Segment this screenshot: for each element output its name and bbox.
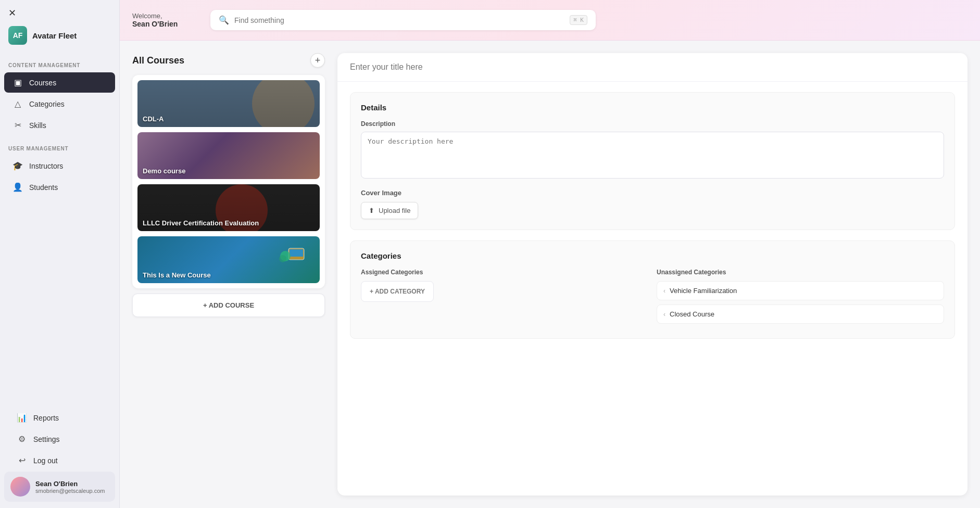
settings-icon: ⚙ xyxy=(17,434,27,444)
unassigned-categories-label: Unassigned Categories xyxy=(657,269,944,276)
user-name: Sean O'Brien xyxy=(35,480,105,488)
students-label: Students xyxy=(29,183,58,192)
course-card-demo[interactable]: Demo course xyxy=(137,132,320,179)
assigned-categories-col: Assigned Categories + ADD CATEGORY xyxy=(361,269,648,328)
students-icon: 👤 xyxy=(12,182,23,192)
close-button[interactable]: ✕ xyxy=(8,7,16,19)
sidebar-item-skills[interactable]: ✂ Skills xyxy=(4,115,115,135)
unassigned-item-label-vehicle: Vehicle Familiarization xyxy=(670,287,737,295)
assigned-categories-label: Assigned Categories xyxy=(361,269,648,276)
chevron-left-icon-2: ‹ xyxy=(663,311,665,318)
user-email: smobrien@getscaleup.com xyxy=(35,488,105,494)
instructors-icon: 🎓 xyxy=(12,161,23,171)
course-label-demo: Demo course xyxy=(143,167,185,175)
course-label-new: This Is a New Course xyxy=(143,271,211,279)
details-section: Details Description Cover Image ⬆ Upload… xyxy=(350,92,955,230)
add-category-button[interactable]: + ADD CATEGORY xyxy=(361,281,434,302)
skills-icon: ✂ xyxy=(12,120,23,130)
logout-label: Log out xyxy=(33,456,58,465)
add-course-button[interactable]: + ADD COURSE xyxy=(132,294,325,317)
cover-image-label: Cover Image xyxy=(361,189,944,197)
categories-section-title: Categories xyxy=(361,251,944,260)
user-card: Sean O'Brien smobrien@getscaleup.com xyxy=(4,472,115,502)
courses-header: All Courses + xyxy=(132,53,325,75)
brand-name: Avatar Fleet xyxy=(32,31,77,40)
courses-panel: All Courses + CDL-A Demo course LLLC Dri… xyxy=(132,53,325,496)
sidebar-item-courses[interactable]: ▣ Courses xyxy=(4,72,115,93)
detail-scroll: Details Description Cover Image ⬆ Upload… xyxy=(337,82,968,496)
course-card-new[interactable]: This Is a New Course xyxy=(137,236,320,283)
welcome-text: Welcome, Sean O'Brien xyxy=(132,12,200,28)
new-course-decoration xyxy=(278,240,309,272)
sidebar-item-instructors[interactable]: 🎓 Instructors xyxy=(4,156,115,176)
unassigned-categories-col: Unassigned Categories ‹ Vehicle Familiar… xyxy=(657,269,944,328)
course-list: CDL-A Demo course LLLC Driver Certificat… xyxy=(132,75,325,288)
reports-icon: 📊 xyxy=(17,413,27,423)
user-management-section: USER MANAGEMENT 🎓 Instructors 👤 Students xyxy=(0,136,119,198)
content-management-label: CONTENT MANAGEMENT xyxy=(0,53,119,71)
unassigned-item-vehicle[interactable]: ‹ Vehicle Familiarization xyxy=(657,281,944,300)
user-management-label: USER MANAGEMENT xyxy=(0,136,119,155)
description-textarea[interactable] xyxy=(361,132,944,179)
search-input[interactable] xyxy=(234,16,564,24)
settings-label: Settings xyxy=(33,435,60,443)
brand-logo: AF Avatar Fleet xyxy=(0,16,119,53)
course-card-lllc[interactable]: LLLC Driver Certification Evaluation xyxy=(137,184,320,231)
sidebar-item-logout[interactable]: ↩ Log out xyxy=(8,450,111,471)
chevron-left-icon: ‹ xyxy=(663,287,665,295)
courses-label: Courses xyxy=(29,79,56,87)
categories-icon: △ xyxy=(12,99,23,109)
sidebar-item-settings[interactable]: ⚙ Settings xyxy=(8,429,111,449)
sidebar-item-reports[interactable]: 📊 Reports xyxy=(8,408,111,428)
keyboard-shortcut: ⌘ K xyxy=(570,15,587,25)
welcome-user: Sean O'Brien xyxy=(132,20,200,28)
skills-label: Skills xyxy=(29,121,46,130)
categories-label: Categories xyxy=(29,100,65,108)
content-area: All Courses + CDL-A Demo course LLLC Dri… xyxy=(120,41,980,508)
details-section-title: Details xyxy=(361,103,944,112)
title-field-wrap xyxy=(337,53,968,82)
reports-label: Reports xyxy=(33,414,59,422)
upload-icon: ⬆ xyxy=(369,207,374,214)
course-card-cdl-a[interactable]: CDL-A xyxy=(137,80,320,127)
course-title-input[interactable] xyxy=(350,62,955,72)
content-management-section: CONTENT MANAGEMENT ▣ Courses △ Categorie… xyxy=(0,53,119,136)
topbar: Welcome, Sean O'Brien 🔍 ⌘ K xyxy=(120,0,980,41)
sidebar-item-categories[interactable]: △ Categories xyxy=(4,94,115,114)
add-course-icon-button[interactable]: + xyxy=(310,53,325,68)
instructors-label: Instructors xyxy=(29,162,63,170)
user-info: Sean O'Brien smobrien@getscaleup.com xyxy=(35,480,105,494)
logout-icon: ↩ xyxy=(17,455,27,465)
course-label-lllc: LLLC Driver Certification Evaluation xyxy=(143,219,259,227)
sidebar-bottom: 📊 Reports ⚙ Settings ↩ Log out Sean O'Br… xyxy=(0,400,119,508)
unassigned-item-closed[interactable]: ‹ Closed Course xyxy=(657,304,944,324)
svg-rect-1 xyxy=(290,249,303,257)
description-label: Description xyxy=(361,120,944,128)
course-label-cdl-a: CDL-A xyxy=(143,115,164,123)
courses-title: All Courses xyxy=(132,55,184,66)
search-icon: 🔍 xyxy=(219,15,229,25)
courses-icon: ▣ xyxy=(12,78,23,87)
detail-panel: Details Description Cover Image ⬆ Upload… xyxy=(337,53,968,496)
categories-section: Categories Assigned Categories + ADD CAT… xyxy=(350,240,955,339)
categories-grid: Assigned Categories + ADD CATEGORY Unass… xyxy=(361,269,944,328)
unassigned-item-label-closed: Closed Course xyxy=(670,310,714,318)
avatar xyxy=(10,477,30,497)
sidebar-item-students[interactable]: 👤 Students xyxy=(4,177,115,197)
logo-icon: AF xyxy=(8,26,27,45)
search-bar[interactable]: 🔍 ⌘ K xyxy=(210,10,596,30)
upload-label: Upload file xyxy=(379,207,410,214)
main-area: Welcome, Sean O'Brien 🔍 ⌘ K All Courses … xyxy=(120,0,980,508)
sidebar: ✕ AF Avatar Fleet CONTENT MANAGEMENT ▣ C… xyxy=(0,0,120,508)
upload-file-button[interactable]: ⬆ Upload file xyxy=(361,202,418,219)
svg-point-3 xyxy=(279,255,286,262)
